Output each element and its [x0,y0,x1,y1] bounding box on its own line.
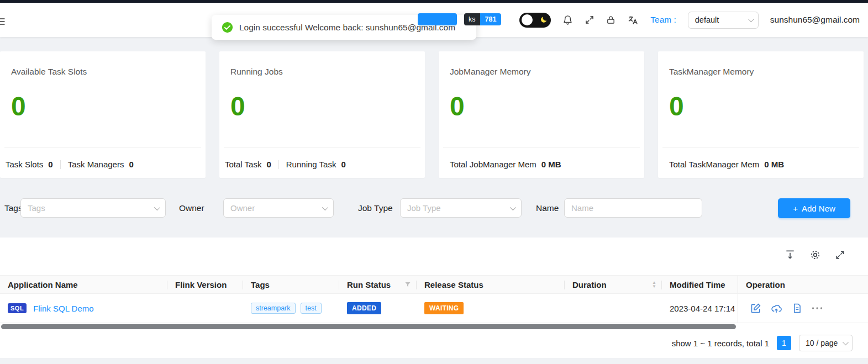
job-type-badge: SQL [8,303,27,313]
card-value: 0 [669,91,684,122]
run-status-cell: ADDED [339,294,417,323]
card-running-jobs: Running Jobs 0 Total Task0 Running Task0 [219,51,425,178]
tag: streampark [251,303,296,314]
team-select[interactable]: default [688,12,759,29]
col-tags: Tags [243,276,339,293]
horizontal-scrollbar[interactable] [1,324,736,329]
col-operation: Operation [738,276,868,293]
team-label: Team : [650,15,676,25]
stat-label: Total JobManager Mem [450,160,536,169]
release-status-cell: WAITING [417,294,565,323]
job-type-filter-label: Job Type [358,198,393,218]
card-title: TaskManager Memory [669,67,754,77]
theme-knob-icon [522,14,533,25]
chevron-down-icon [843,339,849,345]
add-new-button[interactable]: + Add New [778,198,850,218]
lock-icon[interactable] [606,15,616,25]
name-filter-label: Name [536,198,559,218]
user-email[interactable]: sunshun65@gmail.com [770,15,860,25]
plus-icon: + [793,204,798,213]
launch-icon[interactable] [771,303,782,314]
pagination: show 1 ~ 1 records, total 1 1 10 / page [672,335,853,351]
fullscreen-icon[interactable] [585,15,595,25]
card-divider [443,147,640,147]
team-select-value: default [695,15,719,24]
card-title: JobManager Memory [450,67,530,77]
add-new-label: Add New [802,204,835,213]
card-title: Available Task Slots [11,67,87,77]
stat-value: 0 [341,160,345,169]
stat-value: 0 [129,160,133,169]
tags-cell: streampark test [243,294,339,323]
job-type-select[interactable]: Job Type [400,198,522,218]
page-1-button[interactable]: 1 [777,336,791,350]
modified-time-cell: 2023-04-24 17:14 [662,294,738,323]
success-icon [222,22,233,33]
table-toolbar [784,249,846,261]
table-row: SQL Flink SQL Demo streampark test ADDED… [0,294,868,323]
stat-value: 0 [48,160,52,169]
count-badge-value: 781 [480,13,502,25]
name-input-wrap [564,198,702,218]
bell-icon[interactable] [562,14,573,25]
owner-select-placeholder: Owner [230,203,255,213]
card-divider [224,147,420,147]
chevron-down-icon [748,16,754,22]
table-header: Application Name Flink Version Tags Run … [0,275,868,294]
card-value: 0 [11,91,26,122]
stat-value: 0 MB [764,160,784,169]
sort-icon[interactable]: ▲▼ [652,281,656,288]
card-divider [4,147,201,147]
stat-label: Task Slots [6,160,43,169]
card-title: Running Jobs [230,67,283,77]
menu-icon[interactable] [0,16,6,27]
col-flink-version: Flink Version [167,276,243,293]
filter-icon[interactable] [404,281,411,288]
run-status-badge: ADDED [347,302,381,314]
release-status-badge: WAITING [424,302,464,314]
count-badge[interactable]: ks 781 [464,13,501,25]
card-jobmanager-memory: JobManager Memory 0 Total JobManager Mem… [439,51,644,178]
stat-label: Task Managers [68,160,124,169]
tags-select-placeholder: Tags [28,203,45,213]
stat-label: Running Task [286,160,336,169]
application-name-cell: SQL Flink SQL Demo [0,294,167,323]
page-size-value: 10 / page [806,339,838,347]
stat-label: Total TaskManager Mem [669,160,759,169]
chevron-down-icon [510,204,516,210]
detail-icon[interactable] [791,303,802,314]
applications-panel: Application Name Flink Version Tags Run … [0,238,868,358]
chevron-down-icon [154,204,160,210]
more-icon[interactable] [812,303,823,314]
owner-filter-label: Owner [179,198,204,218]
filter-bar: Tags Tags Owner Owner Job Type Job Type … [0,198,868,218]
card-divider [662,147,859,147]
stat-value: 0 MB [541,160,561,169]
column-height-icon[interactable] [784,249,796,261]
card-value: 0 [450,91,465,122]
edit-icon[interactable] [750,303,761,314]
job-type-select-placeholder: Job Type [407,203,441,213]
settings-icon[interactable] [809,249,821,261]
pagination-summary: show 1 ~ 1 records, total 1 [672,339,769,348]
col-application-name: Application Name [0,276,167,293]
tags-filter-label: Tags [4,198,23,218]
card-value: 0 [230,91,245,122]
application-link[interactable]: Flink SQL Demo [33,304,93,313]
page-size-select[interactable]: 10 / page [799,335,853,351]
operation-cell [738,294,868,323]
count-badge-label: ks [464,13,480,25]
tags-select[interactable]: Tags [20,198,166,218]
owner-select[interactable]: Owner [223,198,334,218]
flink-version-cell [167,294,243,323]
partial-badge[interactable] [418,13,457,25]
translate-icon[interactable] [627,15,639,25]
table-fullscreen-icon[interactable] [834,249,846,261]
name-input[interactable] [571,199,695,217]
card-taskmanager-memory: TaskManager Memory 0 Total TaskManager M… [658,51,864,178]
col-run-status: Run Status [339,276,417,293]
stat-divider [278,160,279,169]
stat-label: Total Task [225,160,261,169]
theme-toggle[interactable] [519,13,551,28]
stat-value: 0 [266,160,271,169]
